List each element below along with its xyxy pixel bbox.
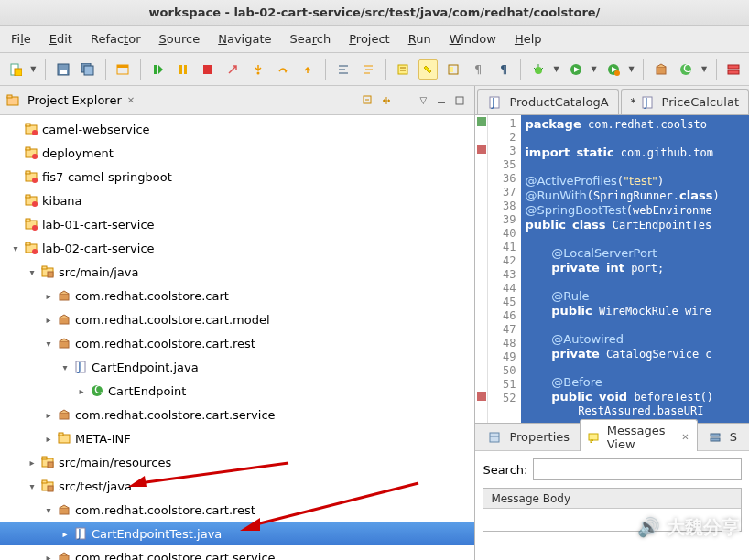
tree-item[interactable]: ▸com.redhat.coolstore.cart.service — [0, 545, 474, 560]
svg-rect-40 — [728, 65, 739, 69]
bottom-tab-bar: PropertiesMessages View ✕S — [475, 424, 749, 451]
maximize-view-button[interactable] — [451, 92, 468, 109]
new-button[interactable] — [5, 59, 25, 80]
menu-source[interactable]: Source — [152, 28, 208, 49]
tree-item[interactable]: fis7-camel-springboot — [0, 165, 474, 188]
step-into-button[interactable] — [248, 59, 267, 80]
tree-item[interactable]: ▸META-INF — [0, 426, 474, 450]
srcf-icon — [40, 264, 55, 279]
toggle-breadcrumb-button[interactable] — [114, 59, 133, 80]
svg-rect-48 — [438, 102, 445, 103]
proj-icon — [24, 241, 38, 255]
tree-item[interactable]: deployment — [0, 141, 474, 165]
minimize-view-button[interactable] — [433, 92, 450, 109]
proj-icon — [24, 217, 38, 232]
pkg-icon — [57, 288, 71, 303]
menu-edit[interactable]: Edit — [42, 28, 80, 49]
search-label: Search: — [483, 463, 527, 477]
debug-button[interactable] — [528, 59, 548, 80]
bottom-tab-s[interactable]: S — [700, 425, 745, 449]
menu-refactor[interactable]: Refactor — [83, 28, 148, 49]
menu-navigate[interactable]: Navigate — [211, 28, 278, 49]
tree-item[interactable]: ▸src/main/resources — [0, 450, 474, 474]
suspend-button[interactable] — [173, 59, 192, 80]
menu-project[interactable]: Project — [342, 28, 397, 49]
svg-marker-46 — [383, 99, 385, 102]
svg-text:J: J — [491, 96, 495, 109]
svg-rect-25 — [450, 67, 453, 72]
svg-rect-101 — [477, 392, 486, 401]
proj-icon — [24, 122, 38, 136]
save-all-button[interactable] — [78, 59, 97, 80]
step-return-button[interactable] — [299, 59, 318, 80]
svg-rect-7 — [117, 65, 128, 68]
svg-rect-58 — [26, 147, 30, 150]
save-button[interactable] — [53, 59, 72, 80]
step-over-button[interactable] — [273, 59, 292, 80]
tree-item[interactable]: ▸com.redhat.coolstore.cart.service — [0, 403, 474, 426]
editor-tab[interactable]: JProductCatalogA — [477, 89, 618, 114]
collapse-all-button[interactable] — [360, 92, 376, 109]
new-class-button[interactable]: C — [677, 59, 696, 80]
tree-item[interactable]: ▾com.redhat.coolstore.cart.rest — [0, 498, 474, 522]
bottom-tab-properties[interactable]: Properties — [479, 425, 578, 449]
bottom-tab-messages-view[interactable]: Messages View ✕ — [580, 419, 698, 456]
pkg-icon — [57, 550, 71, 560]
close-view-icon[interactable]: ✕ — [127, 95, 135, 105]
editor-tab-bar: JProductCatalogAJPriceCalculat — [475, 86, 749, 115]
annotation-gutter — [475, 115, 488, 423]
disconnect-button[interactable] — [223, 59, 243, 80]
run-last-button[interactable] — [603, 59, 623, 80]
svg-marker-9 — [158, 65, 163, 74]
menu-window[interactable]: Window — [442, 28, 504, 49]
editor-tab[interactable]: JPriceCalculat — [621, 89, 749, 114]
svg-rect-37 — [657, 67, 666, 74]
tree-item[interactable]: kibana — [0, 188, 474, 212]
svg-point-56 — [32, 130, 38, 135]
project-tree[interactable]: camel-webservicedeploymentfis7-camel-spr… — [0, 115, 474, 560]
tree-item[interactable]: ▸CCartEndpoint — [0, 379, 474, 403]
link-editor-button[interactable] — [378, 92, 395, 109]
block-select-button[interactable] — [443, 59, 462, 80]
menu-file[interactable]: File — [4, 28, 38, 49]
tree-item[interactable]: ▾com.redhat.coolstore.cart.rest — [0, 331, 474, 355]
tree-item[interactable]: ▸com.redhat.coolstore.cart.model — [0, 307, 474, 331]
menu-run[interactable]: Run — [401, 28, 439, 49]
svg-rect-1 — [15, 69, 22, 76]
tree-item[interactable]: camel-webservice — [0, 117, 474, 141]
menu-search[interactable]: Search — [283, 28, 339, 49]
messages-table[interactable]: Message Body — [483, 488, 742, 532]
svg-rect-107 — [711, 438, 720, 441]
tree-item[interactable]: ▸com.redhat.coolstore.cart — [0, 284, 474, 307]
tree-item[interactable]: ▾src/main/java — [0, 260, 474, 284]
format-button[interactable] — [358, 59, 377, 80]
svg-point-68 — [32, 225, 38, 231]
new-package-button[interactable] — [651, 59, 670, 80]
tree-item[interactable]: ▾lab-02-cart-service — [0, 236, 474, 260]
svg-rect-100 — [477, 145, 486, 154]
tree-item[interactable]: ▸JCartEndpointTest.java — [0, 522, 474, 545]
svg-text:C: C — [683, 63, 691, 75]
svg-text:¶: ¶ — [474, 64, 482, 75]
svg-rect-67 — [26, 219, 30, 221]
search-input[interactable] — [533, 458, 742, 480]
menu-help[interactable]: Help — [507, 28, 549, 49]
svg-rect-5 — [84, 66, 93, 75]
code-editor[interactable]: 123353637383940414243444546474849505152 … — [475, 115, 749, 423]
annotations-button[interactable] — [394, 59, 413, 80]
svg-rect-76 — [60, 318, 69, 324]
code-text[interactable]: package com.redhat.coolsto import static… — [521, 115, 749, 423]
paragraph-button[interactable]: ¶ — [494, 59, 513, 80]
resume-button[interactable] — [148, 59, 168, 80]
align-button[interactable] — [333, 59, 353, 80]
tree-item[interactable]: lab-01-cart-service — [0, 212, 474, 236]
project-explorer-icon — [5, 93, 20, 108]
show-whitespace-button[interactable]: ¶ — [469, 59, 488, 80]
servers-button[interactable] — [724, 59, 744, 80]
tree-item[interactable]: ▾src/test/java — [0, 474, 474, 498]
terminate-button[interactable] — [199, 59, 218, 80]
mark-button[interactable] — [418, 59, 438, 80]
view-menu-button[interactable]: ▽ — [415, 92, 431, 109]
tree-item[interactable]: ▾JCartEndpoint.java — [0, 355, 474, 379]
run-button[interactable] — [566, 59, 585, 80]
